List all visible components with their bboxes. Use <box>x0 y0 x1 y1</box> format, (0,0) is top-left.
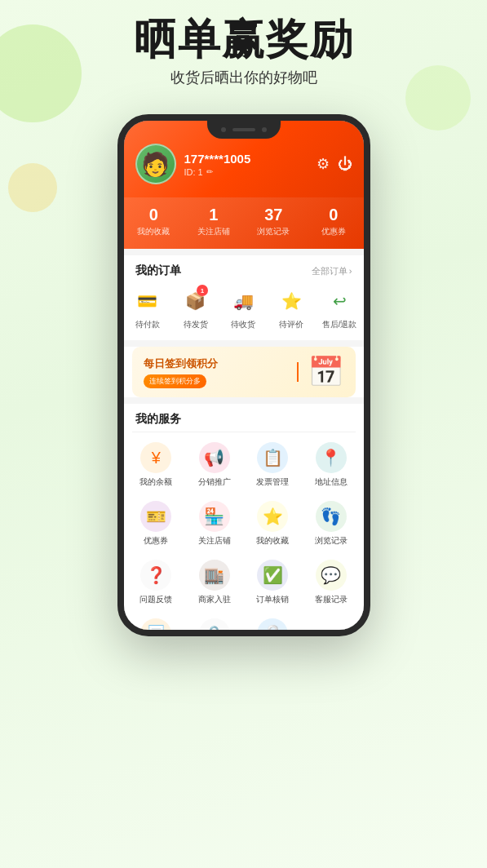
stat-label: 关注店铺 <box>184 226 244 237</box>
service-label: 发票管理 <box>256 476 289 488</box>
service-icon: 📋 <box>257 442 288 473</box>
avatar: 🧑 <box>135 144 176 184</box>
hero-title: 晒单赢奖励 <box>0 16 487 63</box>
signin-icon: 📅 <box>308 355 344 389</box>
avatar-figure: 🧑 <box>141 151 170 178</box>
order-item[interactable]: ⭐ 待评价 <box>268 286 316 330</box>
service-item[interactable]: 🎫 优惠券 <box>129 494 184 550</box>
service-label: 订单核销 <box>256 594 289 605</box>
service-icon: ❔ <box>257 618 288 630</box>
order-item[interactable]: 💳 待付款 <box>124 286 172 330</box>
signin-left: 每日签到领积分 连续签到积分多 <box>144 356 308 388</box>
orders-title: 我的订单 <box>135 264 181 278</box>
service-icon: 💬 <box>316 560 347 591</box>
service-item[interactable]: ❔ 帮助中心 <box>246 612 301 630</box>
service-item[interactable]: ¥ 我的余额 <box>129 436 184 491</box>
stat-item[interactable]: 0 优惠券 <box>303 206 364 237</box>
stat-label: 浏览记录 <box>244 226 304 237</box>
order-icon: ↩ <box>325 286 354 316</box>
service-item[interactable]: 📢 分销推广 <box>187 436 242 491</box>
service-label: 问题反馈 <box>139 594 172 605</box>
stats-row: 0 我的收藏 1 关注店铺 37 浏览记录 0 优惠券 <box>124 197 364 249</box>
service-icon: ✅ <box>257 560 288 591</box>
stat-item[interactable]: 0 我的收藏 <box>124 206 184 237</box>
signin-divider <box>297 362 299 382</box>
edit-icon[interactable]: ✏ <box>206 167 213 176</box>
service-icon: 🏬 <box>199 560 230 591</box>
service-icon: ❓ <box>140 560 171 591</box>
order-item[interactable]: 1 📦 待发货 <box>171 286 219 330</box>
service-icon: 👣 <box>316 501 347 532</box>
order-label: 售后/退款 <box>322 319 357 330</box>
stat-label: 我的收藏 <box>124 226 184 237</box>
order-label: 待评价 <box>279 319 303 330</box>
order-icon: ⭐ <box>277 286 306 316</box>
phone-notch <box>207 121 281 139</box>
service-item[interactable]: 💬 客服记录 <box>303 553 359 609</box>
service-item[interactable]: 🔒 隐私协议 <box>187 612 242 630</box>
profile-info: 177****1005 ID: 1 ✏ <box>184 152 308 177</box>
stat-item[interactable]: 1 关注店铺 <box>184 206 244 237</box>
service-item[interactable]: ⭐ 我的收藏 <box>246 494 301 550</box>
signin-section: 每日签到领积分 连续签到积分多 📅 <box>124 347 364 397</box>
order-icons-row: 💳 待付款 1 📦 待发货 🚚 待收货 ⭐ 待评价 ↩ 售后/退款 <box>124 283 364 340</box>
service-label: 优惠券 <box>144 535 168 547</box>
order-label: 待收货 <box>231 319 255 330</box>
service-icon: 🔒 <box>199 618 230 630</box>
signin-banner[interactable]: 每日签到领积分 连续签到积分多 📅 <box>132 347 356 397</box>
notch-dot <box>221 127 226 132</box>
order-icon: 🚚 <box>228 286 258 316</box>
services-section: 我的服务 ¥ 我的余额 📢 分销推广 📋 发票管理 📍 地址信息 🎫 优惠券 🏪… <box>124 404 364 630</box>
stat-number: 0 <box>303 206 364 224</box>
orders-more[interactable]: 全部订单 › <box>312 265 352 277</box>
service-item[interactable]: 📍 地址信息 <box>303 436 359 491</box>
order-badge: 1 <box>197 285 208 296</box>
service-item[interactable]: 🏬 商家入驻 <box>187 553 242 609</box>
service-icon: 📢 <box>199 442 230 473</box>
service-icon: ⭐ <box>257 501 288 532</box>
service-item[interactable]: 👣 浏览记录 <box>303 494 359 550</box>
service-icon: 🎫 <box>140 501 171 532</box>
service-label: 浏览记录 <box>315 535 348 547</box>
service-item[interactable]: ✅ 订单核销 <box>246 553 301 609</box>
service-label: 我的收藏 <box>256 535 289 547</box>
service-label: 客服记录 <box>315 594 348 605</box>
signin-title: 每日签到领积分 <box>144 356 308 371</box>
header-icons: ⚙ ⏻ <box>317 155 352 173</box>
services-title: 我的服务 <box>135 412 181 427</box>
order-label: 待付款 <box>135 319 160 330</box>
orders-header: 我的订单 全部订单 › <box>124 255 364 283</box>
service-icon: ¥ <box>140 442 171 473</box>
service-item[interactable]: 🏪 关注店铺 <box>187 494 242 550</box>
stat-number: 0 <box>124 206 184 224</box>
hero-section: 晒单赢奖励 收货后晒出你的好物吧 <box>0 16 487 87</box>
service-icon: 📃 <box>140 618 171 630</box>
stat-number: 37 <box>244 206 304 224</box>
service-item[interactable]: 📃 订单管理 <box>129 612 184 630</box>
stat-item[interactable]: 37 浏览记录 <box>244 206 304 237</box>
notch-speaker <box>232 128 255 131</box>
profile-name: 177****1005 <box>184 152 308 166</box>
order-label: 待发货 <box>184 319 208 330</box>
phone-screen[interactable]: 🧑 177****1005 ID: 1 ✏ ⚙ ⏻ <box>124 121 364 630</box>
service-icon: 📍 <box>316 442 347 473</box>
settings-icon[interactable]: ⚙ <box>317 155 330 173</box>
exit-icon[interactable]: ⏻ <box>338 156 352 173</box>
profile-id: ID: 1 ✏ <box>184 167 308 177</box>
service-label: 商家入驻 <box>198 594 231 605</box>
bg-decor-circle-3 <box>8 163 57 212</box>
services-grid: ¥ 我的余额 📢 分销推广 📋 发票管理 📍 地址信息 🎫 优惠券 🏪 关注店铺… <box>124 432 364 630</box>
hero-subtitle: 收货后晒出你的好物吧 <box>0 68 487 87</box>
order-icon: 💳 <box>133 286 162 316</box>
service-item[interactable]: ❓ 问题反馈 <box>129 553 184 609</box>
services-header: 我的服务 <box>124 404 364 432</box>
service-item[interactable]: 📋 发票管理 <box>246 436 301 491</box>
signin-badge: 连续签到积分多 <box>144 374 206 388</box>
service-label: 分销推广 <box>198 476 231 488</box>
service-label: 关注店铺 <box>198 535 231 547</box>
order-item[interactable]: 🚚 待收货 <box>219 286 268 330</box>
notch-dot-2 <box>262 127 267 132</box>
phone-frame: 🧑 177****1005 ID: 1 ✏ ⚙ ⏻ <box>117 114 370 636</box>
stat-label: 优惠券 <box>303 226 364 237</box>
order-item[interactable]: ↩ 售后/退款 <box>316 286 364 330</box>
